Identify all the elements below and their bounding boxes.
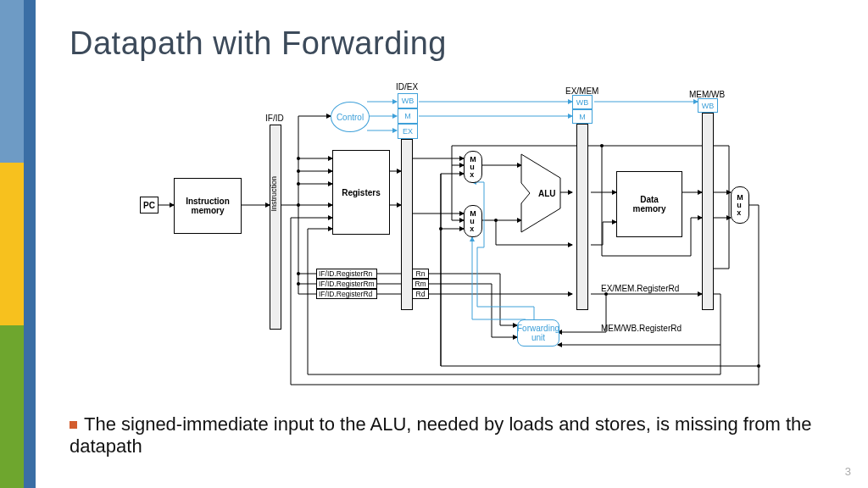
block-control: Control [331, 102, 370, 132]
idex-rm-label: Rm [415, 280, 426, 288]
idex-rm: Rm [412, 279, 429, 289]
stripe-blue [0, 0, 24, 163]
page-number: 3 [845, 465, 851, 478]
mux-b: M u x [464, 205, 482, 237]
dmem-label: Data memory [633, 195, 666, 214]
sidebar-stripe [0, 0, 24, 488]
alu-svg-text: ALU [538, 189, 556, 198]
stripe-thin [24, 0, 36, 488]
ifid-rd-label: IF/ID.RegisterRd [319, 290, 372, 298]
pc-label: PC [143, 201, 155, 210]
mux-b-label: M u x [470, 210, 476, 233]
bullet-marker-icon [70, 421, 77, 429]
pipereg-exmem [576, 124, 588, 310]
mux-writeback: M u x [731, 186, 749, 224]
imem-label: Instruction memory [186, 197, 230, 215]
block-registers: Registers [332, 150, 390, 235]
svg-point-15 [297, 272, 300, 275]
idex-m-slot: M [398, 108, 418, 124]
pipereg-memwb [702, 113, 714, 310]
idex-rn: Rn [412, 269, 429, 279]
ifid-rn-label: IF/ID.RegisterRn [319, 269, 372, 278]
idex-title: ID/EX [396, 82, 418, 92]
ifid-rm-label: IF/ID.RegisterRm [319, 280, 375, 288]
bullet-text: The signed-immediate input to the ALU, n… [70, 413, 832, 458]
idex-rn-label: Rn [416, 269, 426, 278]
ifid-rn-field: IF/ID.RegisterRn [316, 269, 377, 279]
exmem-m-slot: M [572, 109, 593, 124]
svg-point-39 [439, 227, 442, 230]
mux-a: M u x [464, 151, 482, 183]
memwb-wb-slot: WB [698, 98, 718, 113]
block-data-memory: Data memory [616, 171, 682, 237]
memwb-wb-label: WB [702, 102, 715, 110]
block-alu-shape: ALU [520, 152, 562, 234]
idex-ex-slot: EX [398, 124, 418, 139]
memwb-rd-label: MEM/WB.RegisterRd [601, 324, 682, 333]
ifid-rd-field: IF/ID.RegisterRd [316, 289, 377, 299]
block-pc: PC [140, 197, 159, 214]
idex-wb-slot: WB [398, 93, 418, 108]
instruction-vertical-label: Instruction [270, 176, 278, 212]
svg-point-9 [297, 169, 300, 173]
idex-rd: Rd [412, 289, 429, 299]
bullet-content: The signed-immediate input to the ALU, n… [70, 413, 811, 457]
exmem-m-label: M [579, 113, 586, 121]
pipereg-ifid: Instruction [270, 125, 281, 330]
idex-wb-label: WB [402, 97, 415, 105]
datapath-diagram: PC Instruction memory Instruction IF/ID … [97, 78, 776, 396]
exmem-wb-slot: WB [572, 95, 593, 109]
svg-point-8 [297, 157, 300, 160]
stripe-green [0, 325, 24, 488]
mux-wb-label: M u x [737, 194, 743, 217]
control-label: Control [337, 113, 364, 122]
pipereg-idex [401, 139, 413, 310]
exmem-rd-label: EX/MEM.RegisterRd [601, 284, 679, 293]
ifid-title: IF/ID [265, 114, 284, 123]
idex-rd-label: Rd [416, 290, 426, 298]
idex-m-label: M [404, 112, 411, 120]
stripe-yellow [0, 163, 24, 325]
block-forwarding-unit: Forwarding unit [517, 319, 559, 347]
registers-label: Registers [342, 188, 381, 197]
fwd-label: Forwarding unit [517, 324, 559, 342]
exmem-wb-label: WB [576, 98, 589, 107]
svg-point-16 [297, 282, 300, 286]
block-instruction-memory: Instruction memory [174, 178, 242, 234]
idex-ex-label: EX [403, 127, 413, 136]
svg-point-10 [297, 182, 300, 186]
ifid-rm-field: IF/ID.RegisterRm [316, 279, 377, 289]
mux-a-label: M u x [470, 156, 476, 179]
slide-title: Datapath with Forwarding [70, 25, 447, 62]
